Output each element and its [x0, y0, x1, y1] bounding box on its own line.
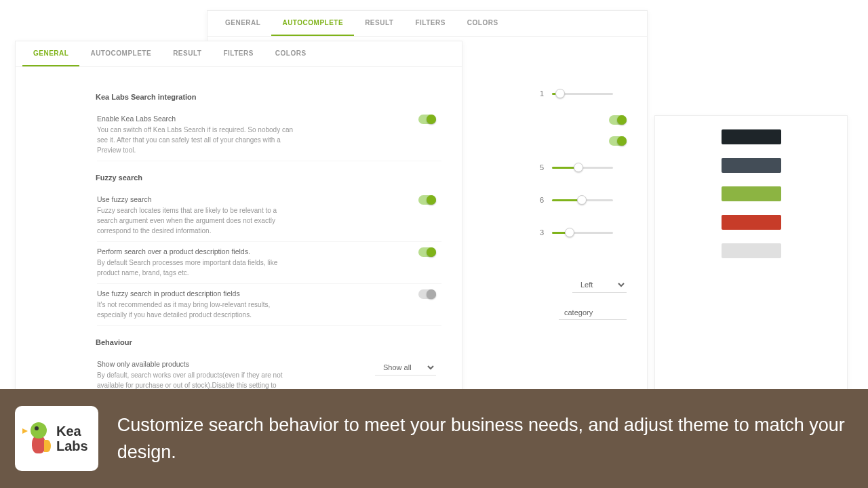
footer-tagline: Customize search behavior to meet your b…: [117, 411, 853, 466]
slider-2[interactable]: 5: [522, 157, 627, 178]
tab-autocomplete[interactable]: AUTOCOMPLETE: [271, 11, 354, 36]
toggle-description-search[interactable]: [418, 247, 436, 257]
toggle-fuzzy-description[interactable]: [418, 289, 436, 299]
kealabs-logo: Kea Labs: [15, 406, 98, 471]
tab-result-front[interactable]: RESULT: [162, 41, 212, 66]
tab-autocomplete-front[interactable]: AUTOCOMPLETE: [79, 41, 162, 66]
toggle-enable-search[interactable]: [418, 115, 436, 124]
tab-filters-front[interactable]: FILTERS: [212, 41, 264, 66]
tab-general[interactable]: GENERAL: [214, 11, 271, 36]
section-integration: Kea Labs Search integration: [96, 93, 441, 101]
select-availability[interactable]: Show all: [375, 360, 436, 375]
tab-filters[interactable]: FILTERS: [404, 11, 456, 36]
swatch-2[interactable]: [722, 158, 781, 173]
tab-colors-front[interactable]: COLORS: [264, 41, 317, 66]
tabs-front: GENERAL AUTOCOMPLETE RESULT FILTERS COLO…: [16, 41, 462, 67]
panel-colors: [654, 115, 848, 407]
panel-general: GENERAL AUTOCOMPLETE RESULT FILTERS COLO…: [15, 41, 462, 407]
tab-result[interactable]: RESULT: [354, 11, 404, 36]
section-behaviour: Behaviour: [96, 338, 441, 346]
slider-1[interactable]: 1: [522, 83, 627, 104]
input-category[interactable]: [559, 306, 627, 320]
swatch-3[interactable]: [722, 186, 781, 201]
toggle-back-1[interactable]: [609, 115, 627, 125]
toggle-back-2[interactable]: [609, 136, 627, 146]
tabs-back: GENERAL AUTOCOMPLETE RESULT FILTERS COLO…: [208, 11, 647, 37]
tab-general-front[interactable]: GENERAL: [22, 41, 79, 66]
parrot-icon: [25, 422, 52, 455]
slider-3[interactable]: 6: [522, 189, 627, 211]
swatch-1[interactable]: [722, 129, 781, 144]
toggle-fuzzy-search[interactable]: [418, 195, 436, 205]
tab-colors[interactable]: COLORS: [456, 11, 509, 36]
footer-banner: Kea Labs Customize search behavior to me…: [0, 389, 868, 488]
swatch-4[interactable]: [722, 215, 781, 230]
slider-4[interactable]: 3: [522, 222, 627, 243]
section-fuzzy: Fuzzy search: [96, 174, 441, 182]
select-alignment[interactable]: Left: [572, 277, 627, 293]
swatch-5[interactable]: [722, 243, 781, 258]
